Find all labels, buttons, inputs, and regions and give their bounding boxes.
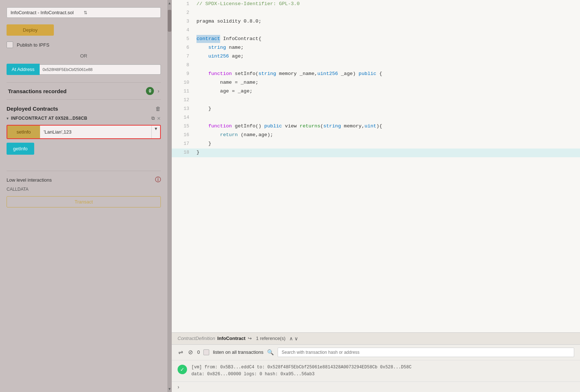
code-token: InfoContract{	[220, 35, 261, 43]
line-number: 4	[178, 27, 189, 34]
low-level-info-icon[interactable]: ⓘ	[155, 176, 161, 184]
at-address-input[interactable]	[40, 64, 161, 75]
code-line: 7 uint256 age;	[172, 52, 580, 61]
code-token: contract	[196, 35, 220, 43]
search-button[interactable]: 🔍	[267, 349, 274, 356]
code-line: 17 }	[172, 140, 580, 149]
code-token: uint	[365, 122, 376, 130]
transactions-badge: 0	[146, 87, 154, 95]
setinfo-dropdown-icon[interactable]: ▾	[151, 126, 160, 138]
calldata-label: CALLDATA	[7, 187, 161, 192]
code-token: (name,age);	[238, 131, 273, 139]
tx-data-line: data: 0x826...00000 logs: 0 hash: 0xa95.…	[191, 371, 574, 378]
line-number: 10	[178, 79, 189, 87]
low-level-header: Low level interactions ⓘ	[7, 176, 161, 184]
deployed-contracts-title: Deployed Contracts	[7, 106, 155, 112]
double-arrow-button[interactable]: ⇌	[178, 348, 184, 356]
no-symbol-button[interactable]: ⊘	[187, 348, 194, 356]
footer-arrow-icon[interactable]: ›	[178, 384, 179, 390]
code-token	[196, 61, 199, 69]
contract-def-arrow-icon[interactable]: ↪	[248, 336, 252, 341]
code-token	[196, 114, 199, 122]
code-token: public	[359, 70, 377, 78]
code-token	[196, 26, 199, 34]
deployed-contracts-header: Deployed Contracts 🗑	[7, 106, 161, 112]
code-token: age = _age;	[196, 87, 253, 95]
line-number: 2	[178, 9, 189, 17]
code-token: }	[196, 140, 211, 148]
tx-details: [vm] from: 0x5B3...eddC4 to: 0x528f48F5E…	[191, 364, 574, 378]
code-line: 8	[172, 61, 580, 70]
code-token: }	[196, 105, 211, 113]
code-token: memory _name,	[276, 70, 317, 78]
or-divider: OR	[7, 53, 161, 59]
bottom-section: ContractDefinition InfoContract ↪ 1 refe…	[172, 332, 580, 392]
code-token: uint256	[317, 70, 338, 78]
code-token: getInfo()	[232, 122, 264, 130]
transactions-chevron-icon: ›	[158, 88, 159, 94]
instance-chevron-icon[interactable]: ▾	[7, 116, 9, 121]
nav-arrows: ∧ ∨	[289, 336, 298, 341]
code-token: string	[323, 122, 341, 130]
contract-instance-header: ▾ INFOCONTRACT AT 0X528...D58CB ⧉ ✕	[7, 115, 161, 121]
code-token: memory,	[341, 122, 365, 130]
code-line: 15 function getInfo() public view return…	[172, 122, 580, 131]
code-token: uint256	[196, 52, 229, 60]
listen-label: listen on all transactions	[213, 349, 263, 355]
code-token: _age)	[338, 70, 359, 78]
publish-ipfs-checkbox[interactable]	[7, 41, 13, 48]
code-editor: 1// SPDX-License-Identifier: GPL-3.02 3p…	[172, 0, 580, 332]
tx-success-icon: ✓	[178, 365, 187, 374]
scroll-up-arrow[interactable]: ▲	[167, 0, 172, 6]
transaction-entry: ✓ [vm] from: 0x5B3...eddC4 to: 0x528f48F…	[172, 360, 580, 381]
transactions-label: Transactions recorded	[8, 88, 143, 94]
contract-selector[interactable]: InfoContract - InfoContract.sol ⇅	[7, 7, 161, 18]
getinfo-button[interactable]: getInfo	[7, 143, 34, 155]
line-number: 12	[178, 96, 189, 104]
code-token: setInfo(	[232, 70, 258, 78]
transact-button[interactable]: Transact	[7, 196, 161, 207]
transactions-section[interactable]: Transactions recorded 0 ›	[7, 82, 161, 100]
line-number: 17	[178, 140, 189, 148]
setinfo-button[interactable]: setInfo	[7, 126, 40, 138]
search-tx-input[interactable]	[278, 348, 574, 357]
line-number: 16	[178, 131, 189, 139]
code-token: public	[264, 122, 282, 130]
scroll-down-arrow[interactable]: ▼	[167, 386, 172, 392]
nav-up-button[interactable]: ∧	[289, 336, 293, 341]
code-line: 10 name = _name;	[172, 79, 580, 87]
trash-icon[interactable]: 🗑	[155, 106, 161, 112]
listen-checkbox[interactable]	[203, 349, 209, 355]
line-number: 11	[178, 88, 189, 95]
scrollbar-thumb[interactable]	[168, 10, 171, 32]
publish-ipfs-row: Publish to IPFS	[7, 41, 161, 48]
code-line: 4	[172, 26, 580, 35]
low-level-title: Low level interactions	[7, 177, 155, 183]
code-token: }	[196, 149, 199, 157]
tx-count: 0	[197, 349, 200, 355]
setinfo-input[interactable]	[40, 126, 151, 138]
code-token: (	[320, 122, 323, 130]
code-token: pragma solidity 0.8.0;	[196, 17, 261, 25]
code-line: 9 function setInfo(string memory _name,u…	[172, 70, 580, 79]
deploy-button[interactable]: Deploy	[7, 24, 54, 36]
code-line: 11 age = _age;	[172, 87, 580, 96]
code-token: function	[196, 70, 232, 78]
at-address-button[interactable]: At Address	[7, 64, 40, 75]
contract-def-name: InfoContract	[217, 336, 245, 341]
code-line: 16 return (name,age);	[172, 131, 580, 140]
bottom-footer: ›	[172, 381, 580, 392]
scrollbar[interactable]: ▲ ▼	[167, 0, 172, 392]
code-token: returns	[300, 122, 321, 130]
code-line: 13 }	[172, 105, 580, 114]
code-token	[196, 131, 220, 139]
code-token: view	[282, 122, 300, 130]
code-token: name;	[226, 44, 244, 52]
contract-def-label: ContractDefinition	[178, 336, 215, 341]
code-token: {	[376, 70, 382, 78]
close-instance-icon[interactable]: ✕	[157, 116, 161, 121]
line-number: 8	[178, 62, 189, 69]
copy-address-icon[interactable]: ⧉	[151, 115, 155, 121]
code-line: 6 string name;	[172, 44, 580, 52]
nav-down-button[interactable]: ∨	[294, 336, 298, 341]
